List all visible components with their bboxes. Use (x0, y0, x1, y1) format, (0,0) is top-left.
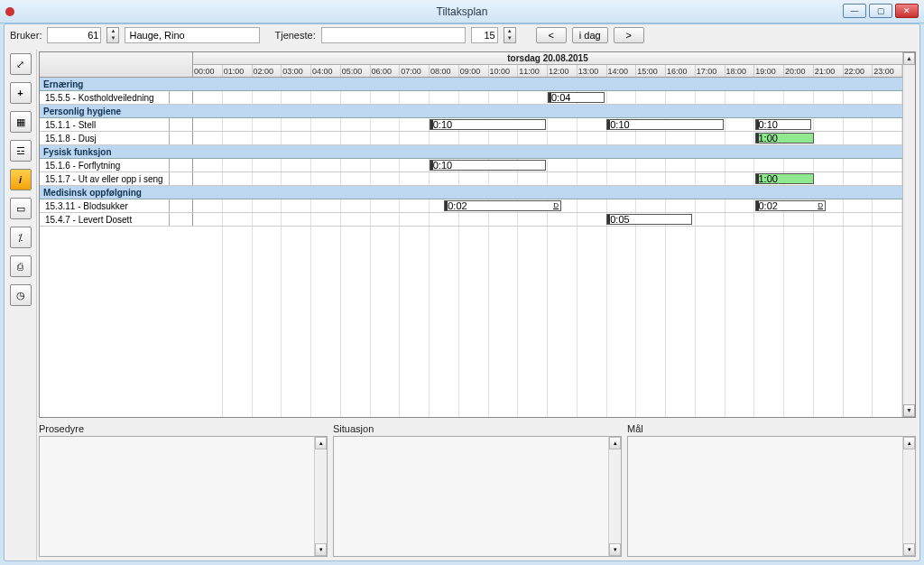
schedule-item[interactable]: 1:00 (755, 133, 814, 144)
schedule-item[interactable]: 0:04 (548, 92, 605, 103)
bruker-id-spinner[interactable]: ▲▼ (106, 27, 119, 43)
row-label[interactable]: 15.5.5 - Kostholdveiledning (40, 91, 170, 104)
bruker-label: Bruker: (10, 30, 42, 41)
situasjon-pane: Situasjon ▴▾ (333, 421, 622, 557)
minimize-button[interactable]: — (843, 4, 866, 18)
hour-cell: 02:00 (253, 65, 282, 77)
vertical-scrollbar[interactable]: ▲▼ (902, 52, 915, 417)
hour-cell: 03:00 (282, 65, 311, 77)
row-label[interactable]: 15.1.8 - Dusj (40, 132, 170, 144)
hour-cell: 19:00 (754, 65, 784, 77)
schedule-row: 15.1.1 - Stell 0:10 0:10 0:10 (40, 118, 902, 132)
hour-cell: 23:00 (873, 65, 902, 77)
row-track[interactable]: 0:10 (193, 159, 902, 171)
situasjon-label: Situasjon (333, 421, 622, 436)
hour-cell: 14:00 (607, 65, 637, 77)
info-icon[interactable]: i (10, 169, 32, 190)
clock-icon[interactable]: ◷ (10, 284, 32, 306)
prev-day-button[interactable]: < (536, 27, 567, 43)
today-button[interactable]: i dag (572, 27, 608, 43)
schedule-item[interactable]: 0:10 (606, 119, 724, 130)
tjeneste-input[interactable] (321, 27, 466, 43)
hours-header: 00:0001:0002:0003:0004:0005:0006:0007:00… (193, 65, 902, 78)
schedule-item[interactable]: 0:10 (755, 119, 812, 130)
prosedyre-textarea[interactable]: ▴▾ (39, 436, 328, 557)
mal-label: Mål (627, 421, 916, 436)
tjeneste-label: Tjeneste: (274, 30, 315, 41)
top-toolbar: Bruker: 61 ▲▼ Hauge, Rino Tjeneste: 15 ▲… (5, 24, 919, 46)
row-label[interactable]: 15.1.6 - Forflytning (40, 159, 170, 171)
group-header: Medisinsk oppfølgning (40, 186, 902, 199)
hour-cell: 00:00 (193, 65, 223, 77)
group-header: Personlig hygiene (40, 105, 902, 118)
schedule-item[interactable]: 0:02D (444, 200, 561, 211)
schedule-row: 15.4.7 - Levert Dosett 0:05 (40, 213, 902, 227)
schedule-item[interactable]: 0:02D (755, 200, 827, 211)
hour-cell: 10:00 (489, 65, 519, 77)
hour-cell: 06:00 (371, 65, 401, 77)
hour-cell: 04:00 (311, 65, 341, 77)
bruker-name-input[interactable]: Hauge, Rino (125, 27, 260, 43)
window-title: Tiltaksplan (437, 5, 488, 18)
maximize-button[interactable]: ▢ (869, 4, 892, 18)
schedule-row: 15.1.7 - Ut av eller opp i seng 1:00 (40, 172, 902, 186)
hour-cell: 12:00 (548, 65, 578, 77)
add-icon[interactable]: + (10, 82, 32, 104)
grid-corner (40, 52, 193, 78)
hour-cell: 05:00 (341, 65, 371, 77)
left-sidebar: ⤢ + ▦ ☲ i ▭ ⁒ ⎙ ◷ (5, 50, 37, 560)
mal-textarea[interactable]: ▴▾ (627, 436, 916, 557)
hour-cell: 15:00 (636, 65, 666, 77)
schedule-item[interactable]: 1:00 (755, 173, 814, 184)
chart-icon[interactable]: ⁒ (10, 227, 32, 248)
row-track[interactable]: 1:00 (193, 172, 902, 185)
row-track[interactable]: 0:04 (193, 91, 902, 104)
group-header: Ernæring (40, 78, 902, 91)
schedule-item[interactable]: 0:10 (430, 119, 547, 130)
next-day-button[interactable]: > (614, 27, 644, 43)
tjeneste-id-input[interactable]: 15 (471, 27, 498, 43)
hour-cell: 01:00 (223, 65, 253, 77)
close-button[interactable]: ✕ (895, 4, 919, 18)
hour-cell: 17:00 (696, 65, 725, 77)
hour-cell: 21:00 (814, 65, 844, 77)
row-track[interactable]: 0:02D 0:02D (193, 199, 902, 212)
row-track[interactable]: 0:10 0:10 0:10 (193, 118, 902, 131)
schedule-row: 15.3.11 - Blodsukker 0:02D 0:02D (40, 199, 902, 213)
schedule-grid: torsdag 20.08.2015 00:0001:0002:0003:000… (39, 51, 916, 418)
row-track[interactable]: 1:00 (193, 132, 902, 144)
schedule-item[interactable]: 0:05 (606, 214, 691, 225)
empty-grid-area (193, 227, 902, 417)
row-label[interactable]: 15.4.7 - Levert Dosett (40, 213, 170, 226)
print-icon[interactable]: ⎙ (10, 255, 32, 277)
row-track[interactable]: 0:05 (193, 213, 902, 226)
date-header: torsdag 20.08.2015 (193, 52, 902, 65)
row-label[interactable]: 15.1.7 - Ut av eller opp i seng (40, 172, 170, 185)
hour-cell: 20:00 (784, 65, 814, 77)
prosedyre-pane: Prosedyre ▴▾ (39, 421, 328, 557)
mal-pane: Mål ▴▾ (627, 421, 916, 557)
situasjon-textarea[interactable]: ▴▾ (333, 436, 622, 557)
hour-cell: 18:00 (725, 65, 755, 77)
bruker-id-input[interactable]: 61 (47, 27, 101, 43)
main-panel: Bruker: 61 ▲▼ Hauge, Rino Tjeneste: 15 ▲… (4, 23, 920, 561)
schedule-item[interactable]: 0:10 (430, 160, 547, 171)
hour-cell: 22:00 (844, 65, 873, 77)
expand-icon[interactable]: ⤢ (10, 53, 32, 75)
schedule-row: 15.1.8 - Dusj 1:00 (40, 132, 902, 145)
tjeneste-id-spinner[interactable]: ▲▼ (504, 27, 516, 43)
hour-cell: 16:00 (666, 65, 696, 77)
hour-cell: 09:00 (459, 65, 489, 77)
title-bar: Tiltaksplan — ▢ ✕ (0, 0, 924, 23)
card-icon[interactable]: ▭ (10, 198, 32, 219)
schedule-row: 15.1.6 - Forflytning 0:10 (40, 159, 902, 172)
row-label[interactable]: 15.1.1 - Stell (40, 118, 170, 131)
clipboard-icon[interactable]: ☲ (10, 140, 32, 162)
row-label[interactable]: 15.3.11 - Blodsukker (40, 199, 170, 212)
hour-cell: 13:00 (578, 65, 607, 77)
schedule-row: 15.5.5 - Kostholdveiledning 0:04 (40, 91, 902, 105)
hour-cell: 07:00 (400, 65, 430, 77)
calendar-icon[interactable]: ▦ (10, 111, 32, 133)
prosedyre-label: Prosedyre (39, 421, 328, 436)
group-header: Fysisk funksjon (40, 145, 902, 159)
